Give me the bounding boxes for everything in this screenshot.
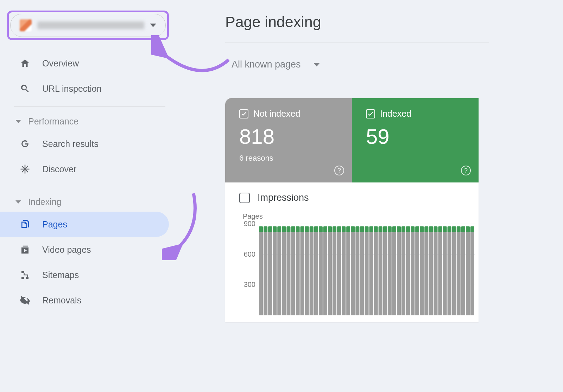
svg-rect-77 bbox=[420, 232, 424, 315]
checkbox-unchecked-icon[interactable] bbox=[239, 193, 250, 203]
svg-rect-30 bbox=[314, 226, 318, 232]
svg-rect-54 bbox=[369, 226, 373, 232]
svg-rect-44 bbox=[346, 226, 350, 232]
svg-rect-40 bbox=[337, 226, 341, 232]
sidebar-item-label: Discover bbox=[42, 164, 76, 174]
sidebar-item-search-results[interactable]: Search results bbox=[7, 131, 172, 156]
svg-rect-48 bbox=[355, 226, 359, 232]
chevron-down-icon bbox=[150, 24, 156, 27]
sidebar-item-removals[interactable]: Removals bbox=[7, 288, 172, 313]
help-icon[interactable]: ? bbox=[461, 166, 471, 175]
property-name-blurred bbox=[37, 21, 144, 29]
filter-label: All known pages bbox=[232, 59, 301, 70]
svg-rect-94 bbox=[461, 226, 465, 232]
sidebar-item-label: URL inspection bbox=[42, 84, 102, 94]
svg-rect-90 bbox=[452, 226, 456, 232]
sidebar-item-label: Sitemaps bbox=[42, 270, 79, 280]
sidebar-item-label: Overview bbox=[42, 58, 79, 69]
metric-label: Not indexed bbox=[253, 109, 300, 119]
svg-rect-13 bbox=[273, 232, 277, 315]
svg-rect-95 bbox=[461, 232, 465, 315]
divider bbox=[14, 187, 165, 187]
svg-rect-72 bbox=[411, 226, 415, 232]
sidebar-item-video-pages[interactable]: Video pages bbox=[7, 237, 172, 262]
svg-rect-16 bbox=[282, 226, 286, 232]
page-title: Page indexing bbox=[225, 0, 563, 43]
svg-rect-6 bbox=[259, 226, 263, 232]
property-selector[interactable] bbox=[10, 14, 166, 37]
sitemap-icon bbox=[19, 269, 31, 281]
chevron-down-icon bbox=[15, 120, 21, 123]
metrics-row: Not indexed 818 6 reasons ? Indexed 59 ? bbox=[225, 98, 479, 182]
section-header-indexing[interactable]: Indexing bbox=[7, 192, 172, 212]
sidebar-item-sitemaps[interactable]: Sitemaps bbox=[7, 262, 172, 288]
section-title: Indexing bbox=[28, 197, 62, 207]
svg-rect-97 bbox=[466, 232, 470, 315]
svg-rect-21 bbox=[291, 232, 295, 315]
property-favicon bbox=[20, 19, 32, 31]
svg-rect-45 bbox=[346, 232, 350, 315]
svg-rect-80 bbox=[429, 226, 433, 232]
svg-rect-78 bbox=[424, 226, 428, 232]
svg-rect-71 bbox=[406, 232, 410, 315]
svg-rect-55 bbox=[369, 232, 373, 315]
svg-rect-23 bbox=[296, 232, 300, 315]
svg-rect-76 bbox=[420, 226, 424, 232]
svg-rect-43 bbox=[342, 232, 346, 315]
svg-rect-42 bbox=[342, 226, 346, 232]
svg-rect-69 bbox=[401, 232, 405, 315]
svg-rect-36 bbox=[328, 226, 332, 232]
svg-rect-74 bbox=[415, 226, 419, 232]
chart-y-label: Pages bbox=[243, 212, 479, 220]
svg-rect-46 bbox=[351, 226, 355, 232]
divider bbox=[14, 106, 165, 107]
svg-rect-66 bbox=[397, 226, 401, 232]
section-header-performance[interactable]: Performance bbox=[7, 111, 172, 131]
metric-indexed[interactable]: Indexed 59 ? bbox=[352, 98, 479, 182]
sidebar-item-overview[interactable]: Overview bbox=[7, 51, 172, 76]
svg-rect-12 bbox=[273, 226, 277, 232]
property-selector-highlight bbox=[7, 11, 169, 40]
sidebar-item-pages[interactable]: Pages bbox=[0, 212, 169, 237]
svg-rect-33 bbox=[319, 232, 323, 315]
svg-rect-29 bbox=[310, 232, 314, 315]
metric-not-indexed[interactable]: Not indexed 818 6 reasons ? bbox=[225, 98, 352, 182]
svg-rect-38 bbox=[333, 226, 336, 232]
pages-icon bbox=[19, 218, 31, 230]
sidebar-item-label: Pages bbox=[42, 219, 67, 230]
metric-label: Indexed bbox=[380, 109, 411, 119]
svg-rect-56 bbox=[374, 226, 378, 232]
svg-rect-57 bbox=[374, 232, 378, 315]
svg-rect-18 bbox=[286, 226, 290, 232]
visibility-off-icon bbox=[19, 294, 31, 306]
svg-rect-25 bbox=[301, 232, 304, 315]
svg-rect-85 bbox=[438, 232, 442, 315]
svg-rect-65 bbox=[392, 232, 396, 315]
svg-rect-84 bbox=[438, 226, 442, 232]
google-g-icon bbox=[19, 138, 31, 150]
svg-text:300: 300 bbox=[244, 281, 255, 288]
svg-rect-88 bbox=[448, 226, 451, 232]
chevron-down-icon bbox=[314, 63, 320, 66]
impressions-toggle[interactable]: Impressions bbox=[225, 182, 479, 207]
svg-rect-9 bbox=[264, 232, 267, 315]
sidebar-item-discover[interactable]: Discover bbox=[7, 156, 172, 182]
svg-rect-34 bbox=[323, 226, 327, 232]
metric-value: 818 bbox=[239, 124, 342, 149]
help-icon[interactable]: ? bbox=[334, 166, 344, 175]
svg-rect-92 bbox=[457, 226, 461, 232]
checkbox-checked-icon[interactable] bbox=[366, 109, 375, 118]
svg-rect-15 bbox=[277, 232, 281, 315]
svg-rect-89 bbox=[448, 232, 451, 315]
video-pages-icon bbox=[19, 244, 31, 256]
svg-rect-19 bbox=[286, 232, 290, 315]
svg-rect-37 bbox=[328, 232, 332, 315]
filter-all-known-pages[interactable]: All known pages bbox=[225, 43, 563, 70]
svg-rect-11 bbox=[268, 232, 272, 315]
main-content: Page indexing All known pages Not indexe… bbox=[225, 0, 563, 322]
checkbox-checked-icon[interactable] bbox=[239, 109, 248, 118]
sidebar-item-url-inspection[interactable]: URL inspection bbox=[7, 76, 172, 101]
svg-rect-64 bbox=[392, 226, 396, 232]
svg-rect-70 bbox=[406, 226, 410, 232]
svg-rect-26 bbox=[305, 226, 309, 232]
